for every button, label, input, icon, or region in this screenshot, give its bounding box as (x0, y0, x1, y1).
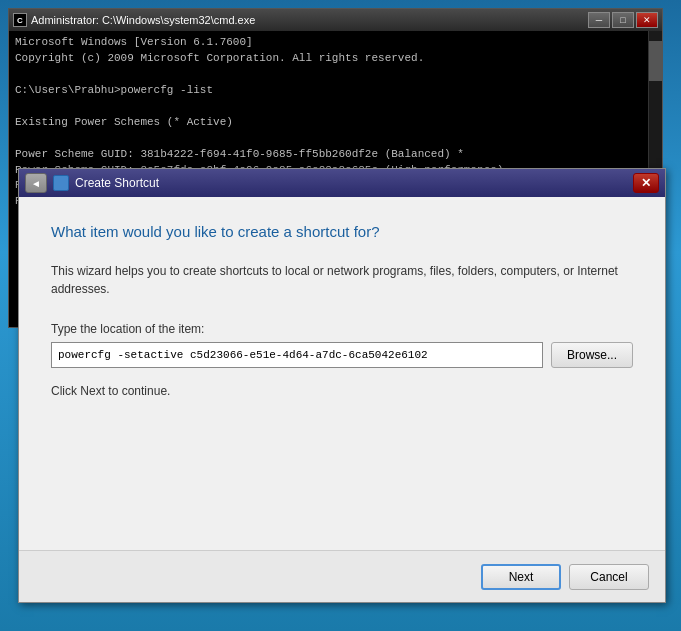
cancel-button[interactable]: Cancel (569, 564, 649, 590)
cmd-line-3 (15, 67, 642, 83)
cmd-icon: C (13, 13, 27, 27)
dialog-body: What item would you like to create a sho… (19, 197, 665, 414)
cmd-line-2: Copyright (c) 2009 Microsoft Corporation… (15, 51, 642, 67)
dialog-footer: Next Cancel (19, 550, 665, 602)
cmd-maximize-button[interactable]: □ (612, 12, 634, 28)
cmd-titlebar-left: C Administrator: C:\Windows\system32\cmd… (13, 13, 255, 27)
dialog-close-button[interactable]: ✕ (633, 173, 659, 193)
cmd-line-5 (15, 99, 642, 115)
create-shortcut-dialog: ◄ Create Shortcut ✕ What item would you … (18, 168, 666, 603)
dialog-titlebar-left: ◄ Create Shortcut (25, 173, 159, 193)
cmd-titlebar: C Administrator: C:\Windows\system32\cmd… (9, 9, 662, 31)
cmd-line-4: C:\Users\Prabhu>powercfg -list (15, 83, 642, 99)
cmd-controls: ─ □ ✕ (588, 12, 658, 28)
cmd-close-button[interactable]: ✕ (636, 12, 658, 28)
dialog-title-icon (53, 175, 69, 191)
cmd-minimize-button[interactable]: ─ (588, 12, 610, 28)
cmd-line-6: Existing Power Schemes (* Active) (15, 115, 642, 131)
dialog-description: This wizard helps you to create shortcut… (51, 262, 633, 298)
cmd-line-1: Microsoft Windows [Version 6.1.7600] (15, 35, 642, 51)
cmd-title: Administrator: C:\Windows\system32\cmd.e… (31, 14, 255, 26)
dialog-input-label: Type the location of the item: (51, 322, 633, 336)
location-input[interactable] (51, 342, 543, 368)
dialog-titlebar: ◄ Create Shortcut ✕ (19, 169, 665, 197)
dialog-back-button[interactable]: ◄ (25, 173, 47, 193)
browse-button[interactable]: Browse... (551, 342, 633, 368)
dialog-title: Create Shortcut (75, 176, 159, 190)
cmd-line-8: Power Scheme GUID: 381b4222-f694-41f0-96… (15, 147, 642, 163)
cmd-line-7 (15, 131, 642, 147)
dialog-hint: Click Next to continue. (51, 384, 633, 398)
cmd-scrollbar-thumb (649, 41, 662, 81)
next-button[interactable]: Next (481, 564, 561, 590)
dialog-input-row: Browse... (51, 342, 633, 368)
dialog-question: What item would you like to create a sho… (51, 221, 633, 242)
